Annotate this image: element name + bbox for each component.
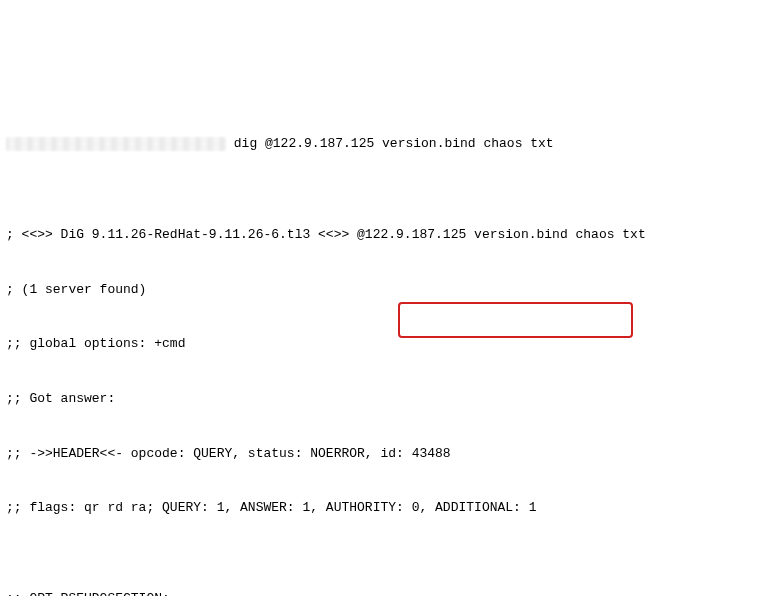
- cmd1-text: dig @122.9.187.125 version.bind chaos tx…: [234, 136, 554, 151]
- header-flags-1: ;; flags: qr rd ra; QUERY: 1, ANSWER: 1,…: [6, 499, 762, 517]
- banner-line-1: ; <<>> DiG 9.11.26-RedHat-9.11.26-6.tl3 …: [6, 226, 762, 244]
- highlight-box-version: [398, 302, 633, 338]
- banner-line-2: ; (1 server found): [6, 281, 762, 299]
- command-line-1: dig @122.9.187.125 version.bind chaos tx…: [6, 135, 762, 153]
- pseudo-title-1: ;; OPT PSEUDOSECTION:: [6, 590, 762, 596]
- got-answer: ;; Got answer:: [6, 390, 762, 408]
- global-options: ;; global options: +cmd: [6, 335, 762, 353]
- terminal-output: dig @122.9.187.125 version.bind chaos tx…: [6, 81, 762, 596]
- header-opcode-1: ;; ->>HEADER<<- opcode: QUERY, status: N…: [6, 445, 762, 463]
- redacted-prompt-1: [6, 137, 226, 151]
